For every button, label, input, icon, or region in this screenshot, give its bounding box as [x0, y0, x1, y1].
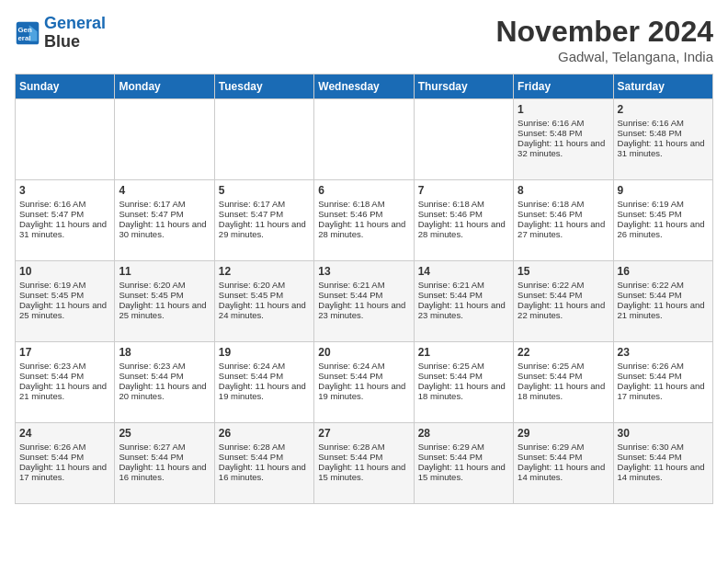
page-header: Gen eral GeneralBlue November 2024 Gadwa… — [15, 15, 713, 64]
cell-content: Sunrise: 6:23 AM — [119, 361, 210, 371]
cell-content: Sunrise: 6:26 AM — [19, 442, 110, 452]
cell-content: Sunset: 5:46 PM — [518, 209, 609, 219]
cell-content: Sunset: 5:44 PM — [219, 452, 310, 462]
calendar-cell: 18Sunrise: 6:23 AMSunset: 5:44 PMDayligh… — [115, 342, 214, 423]
cell-content: Daylight: 11 hours and 23 minutes. — [318, 300, 409, 320]
cell-content: Sunrise: 6:22 AM — [518, 280, 609, 290]
cell-content: Sunrise: 6:18 AM — [318, 199, 409, 209]
calendar-cell — [115, 99, 214, 180]
calendar-cell: 16Sunrise: 6:22 AMSunset: 5:44 PMDayligh… — [613, 261, 712, 342]
cell-content: Daylight: 11 hours and 19 minutes. — [219, 381, 310, 401]
cell-content: Sunset: 5:44 PM — [518, 290, 609, 300]
cell-content: Sunset: 5:46 PM — [318, 209, 409, 219]
day-number: 9 — [618, 184, 709, 197]
day-number: 2 — [618, 103, 709, 116]
header-thursday: Thursday — [414, 75, 513, 99]
cell-content: Daylight: 11 hours and 21 minutes. — [618, 300, 709, 320]
cell-content: Sunset: 5:44 PM — [518, 452, 609, 462]
calendar-cell: 21Sunrise: 6:25 AMSunset: 5:44 PMDayligh… — [414, 342, 513, 423]
cell-content: Sunset: 5:44 PM — [618, 371, 709, 381]
cell-content: Sunset: 5:45 PM — [19, 290, 110, 300]
header-sunday: Sunday — [16, 75, 115, 99]
week-row-1: 3Sunrise: 6:16 AMSunset: 5:47 PMDaylight… — [16, 180, 713, 261]
cell-content: Daylight: 11 hours and 17 minutes. — [19, 462, 110, 482]
week-row-4: 24Sunrise: 6:26 AMSunset: 5:44 PMDayligh… — [16, 423, 713, 504]
day-number: 19 — [219, 346, 310, 359]
cell-content: Sunset: 5:46 PM — [418, 209, 509, 219]
day-number: 13 — [318, 265, 409, 278]
day-number: 6 — [318, 184, 409, 197]
day-number: 21 — [418, 346, 509, 359]
cell-content: Sunrise: 6:20 AM — [219, 280, 310, 290]
cell-content: Daylight: 11 hours and 21 minutes. — [19, 381, 110, 401]
cell-content: Sunset: 5:48 PM — [618, 128, 709, 138]
cell-content: Sunset: 5:47 PM — [219, 209, 310, 219]
cell-content: Daylight: 11 hours and 31 minutes. — [618, 138, 709, 158]
day-number: 18 — [119, 346, 210, 359]
cell-content: Daylight: 11 hours and 18 minutes. — [518, 381, 609, 401]
week-row-0: 1Sunrise: 6:16 AMSunset: 5:48 PMDaylight… — [16, 99, 713, 180]
calendar-cell: 17Sunrise: 6:23 AMSunset: 5:44 PMDayligh… — [16, 342, 115, 423]
calendar-cell — [314, 99, 414, 180]
cell-content: Daylight: 11 hours and 22 minutes. — [518, 300, 609, 320]
week-row-3: 17Sunrise: 6:23 AMSunset: 5:44 PMDayligh… — [16, 342, 713, 423]
header-monday: Monday — [115, 75, 214, 99]
calendar-cell: 19Sunrise: 6:24 AMSunset: 5:44 PMDayligh… — [214, 342, 313, 423]
cell-content: Daylight: 11 hours and 32 minutes. — [518, 138, 609, 158]
day-number: 14 — [418, 265, 509, 278]
calendar-cell: 3Sunrise: 6:16 AMSunset: 5:47 PMDaylight… — [16, 180, 115, 261]
calendar-cell: 14Sunrise: 6:21 AMSunset: 5:44 PMDayligh… — [414, 261, 513, 342]
cell-content: Sunset: 5:44 PM — [418, 452, 509, 462]
calendar-cell: 20Sunrise: 6:24 AMSunset: 5:44 PMDayligh… — [314, 342, 414, 423]
cell-content: Sunset: 5:44 PM — [518, 371, 609, 381]
cell-content: Daylight: 11 hours and 14 minutes. — [518, 462, 609, 482]
day-number: 3 — [19, 184, 110, 197]
cell-content: Sunrise: 6:28 AM — [219, 442, 310, 452]
calendar-cell: 13Sunrise: 6:21 AMSunset: 5:44 PMDayligh… — [314, 261, 414, 342]
cell-content: Daylight: 11 hours and 26 minutes. — [618, 219, 709, 239]
calendar-cell — [214, 99, 313, 180]
calendar-body: 1Sunrise: 6:16 AMSunset: 5:48 PMDaylight… — [16, 99, 713, 504]
svg-text:eral: eral — [18, 34, 31, 42]
calendar-cell: 9Sunrise: 6:19 AMSunset: 5:45 PMDaylight… — [613, 180, 712, 261]
cell-content: Sunrise: 6:30 AM — [618, 442, 709, 452]
calendar-cell: 28Sunrise: 6:29 AMSunset: 5:44 PMDayligh… — [414, 423, 513, 504]
cell-content: Sunrise: 6:28 AM — [318, 442, 409, 452]
calendar-cell: 12Sunrise: 6:20 AMSunset: 5:45 PMDayligh… — [214, 261, 313, 342]
day-number: 11 — [119, 265, 210, 278]
day-number: 23 — [618, 346, 709, 359]
cell-content: Daylight: 11 hours and 25 minutes. — [119, 300, 210, 320]
calendar-cell: 5Sunrise: 6:17 AMSunset: 5:47 PMDaylight… — [214, 180, 313, 261]
day-number: 22 — [518, 346, 609, 359]
day-number: 4 — [119, 184, 210, 197]
cell-content: Sunrise: 6:25 AM — [518, 361, 609, 371]
cell-content: Daylight: 11 hours and 15 minutes. — [418, 462, 509, 482]
cell-content: Sunset: 5:45 PM — [219, 290, 310, 300]
cell-content: Sunrise: 6:29 AM — [418, 442, 509, 452]
cell-content: Sunrise: 6:22 AM — [618, 280, 709, 290]
cell-content: Daylight: 11 hours and 17 minutes. — [618, 381, 709, 401]
calendar-cell: 25Sunrise: 6:27 AMSunset: 5:44 PMDayligh… — [115, 423, 214, 504]
day-number: 28 — [418, 427, 509, 440]
calendar-cell: 30Sunrise: 6:30 AMSunset: 5:44 PMDayligh… — [613, 423, 712, 504]
cell-content: Sunrise: 6:21 AM — [318, 280, 409, 290]
day-number: 5 — [219, 184, 310, 197]
cell-content: Sunset: 5:44 PM — [318, 290, 409, 300]
calendar-cell: 15Sunrise: 6:22 AMSunset: 5:44 PMDayligh… — [514, 261, 613, 342]
day-number: 24 — [19, 427, 110, 440]
calendar-cell: 26Sunrise: 6:28 AMSunset: 5:44 PMDayligh… — [214, 423, 313, 504]
cell-content: Sunrise: 6:19 AM — [618, 199, 709, 209]
cell-content: Sunset: 5:44 PM — [19, 371, 110, 381]
day-number: 12 — [219, 265, 310, 278]
cell-content: Daylight: 11 hours and 30 minutes. — [119, 219, 210, 239]
day-number: 8 — [518, 184, 609, 197]
cell-content: Sunset: 5:44 PM — [418, 290, 509, 300]
logo: Gen eral GeneralBlue — [15, 15, 106, 52]
month-title: November 2024 — [495, 15, 713, 49]
cell-content: Sunrise: 6:20 AM — [119, 280, 210, 290]
day-number: 10 — [19, 265, 110, 278]
day-number: 1 — [518, 103, 609, 116]
day-number: 30 — [618, 427, 709, 440]
header-saturday: Saturday — [613, 75, 712, 99]
cell-content: Daylight: 11 hours and 16 minutes. — [119, 462, 210, 482]
